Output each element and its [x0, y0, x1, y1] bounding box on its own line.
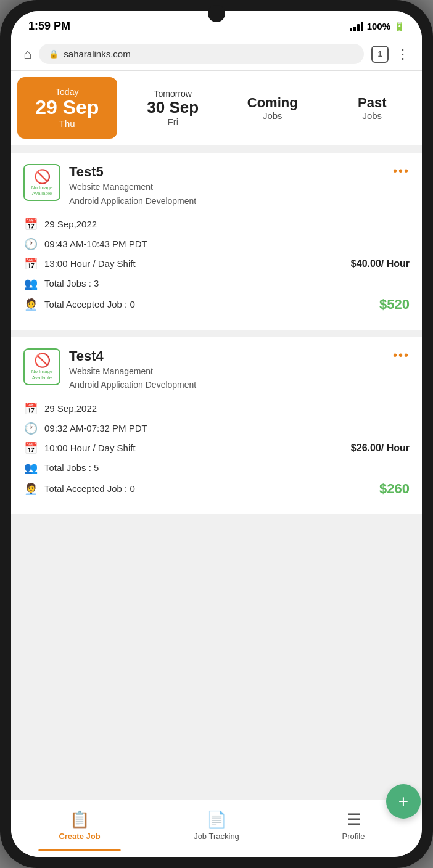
battery-percent: 100%	[367, 21, 390, 31]
nav-job-tracking[interactable]: 📄 Job Tracking	[148, 806, 285, 845]
job-menu-1[interactable]: •••	[393, 164, 410, 178]
no-image-badge-1: 🚫 No Image Available	[23, 164, 60, 201]
job-date-row-1: 📅 29 Sep,2022	[23, 218, 410, 231]
tomorrow-date: 30 Sep	[147, 99, 199, 117]
today-label: Today	[56, 87, 78, 97]
create-job-icon: 📋	[70, 810, 89, 829]
job-name-1: Test5	[69, 164, 384, 180]
date-tabs: Today 29 Sep Thu Tomorrow 30 Sep Fri Com…	[11, 71, 422, 145]
group-icon-1: 👥	[23, 277, 38, 290]
clock-icon-2: 🕐	[23, 422, 38, 435]
job-subtitle2-2: Android Application Development	[69, 378, 384, 391]
job-rate-2: $26.00/ Hour	[351, 443, 410, 454]
battery-icon: 🔋	[394, 22, 405, 31]
signal-bar-4	[361, 22, 363, 31]
clock-icon-1: 🕐	[23, 237, 38, 251]
url-bar[interactable]: 🔒 saharalinks.com	[39, 44, 364, 64]
no-image-icon-1: 🚫	[34, 169, 51, 185]
calendar-icon-2: 📅	[23, 402, 38, 416]
signal-bar-1	[350, 28, 352, 31]
job-card-2[interactable]: 🚫 No Image Available Test4 Website Manag…	[11, 337, 422, 514]
coming-sublabel: Jobs	[263, 110, 282, 121]
past-label: Past	[358, 96, 386, 110]
job-time-row-1: 🕐 09:43 AM-10:43 PM PDT	[23, 237, 410, 251]
job-date-1: 29 Sep,2022	[44, 219, 97, 229]
job-tracking-icon: 📄	[207, 810, 226, 829]
no-image-icon-2: 🚫	[34, 353, 51, 369]
job-accepted-row-1: 🧑‍💼 Total Accepted Job : 0 $520	[23, 297, 410, 313]
job-title-area-1: Test5 Website Management Android Applica…	[69, 164, 384, 208]
job-shift-1: 13:00 Hour / Day Shift	[44, 258, 136, 269]
add-person-icon-2: 🧑‍💼	[23, 482, 38, 496]
job-total-jobs-row-2: 👥 Total Jobs : 5	[23, 461, 410, 475]
job-total-jobs-1: Total Jobs : 3	[44, 278, 99, 289]
job-shift-2: 10:00 Hour / Day Shift	[44, 443, 136, 453]
job-accepted-row-2: 🧑‍💼 Total Accepted Job : 0 $260	[23, 481, 410, 497]
bottom-spacer	[11, 522, 422, 571]
status-right: 100% 🔋	[350, 21, 405, 31]
job-card-1[interactable]: 🚫 No Image Available Test5 Website Manag…	[11, 153, 422, 330]
tomorrow-label: Tomorrow	[154, 89, 192, 99]
job-time-row-2: 🕐 09:32 AM-07:32 PM PDT	[23, 422, 410, 435]
job-total-1: $520	[379, 297, 410, 313]
add-person-icon-1: 🧑‍💼	[23, 298, 38, 311]
past-sublabel: Jobs	[362, 110, 382, 121]
shift-icon-2: 📅	[23, 441, 38, 455]
today-date: 29 Sep	[35, 97, 99, 118]
job-title-area-2: Test4 Website Management Android Applica…	[69, 348, 384, 392]
nav-profile[interactable]: ☰ Profile	[285, 806, 422, 845]
tab-today[interactable]: Today 29 Sep Thu	[17, 77, 117, 139]
tab-past[interactable]: Past Jobs	[323, 71, 423, 145]
phone-screen: 1:59 PM 100% 🔋 ⌂ 🔒 saharalinks.com 1 ⋮	[11, 11, 422, 857]
lock-icon: 🔒	[49, 49, 59, 59]
signal-bar-3	[357, 24, 360, 31]
job-time-2: 09:32 AM-07:32 PM PDT	[44, 423, 147, 433]
calendar-icon-1: 📅	[23, 218, 38, 231]
job-shift-row-2: 📅 10:00 Hour / Day Shift $26.00/ Hour	[23, 441, 410, 455]
job-accepted-1: Total Accepted Job : 0	[44, 299, 135, 309]
tab-coming[interactable]: Coming Jobs	[223, 71, 323, 145]
more-icon[interactable]: ⋮	[396, 46, 410, 62]
group-icon-2: 👥	[23, 461, 38, 475]
home-icon[interactable]: ⌂	[23, 46, 31, 62]
job-list: 🚫 No Image Available Test5 Website Manag…	[11, 145, 422, 800]
job-subtitle1-1: Website Management	[69, 180, 384, 194]
status-time: 1:59 PM	[28, 20, 70, 33]
today-day: Thu	[59, 118, 75, 129]
job-header-1: 🚫 No Image Available Test5 Website Manag…	[23, 164, 410, 208]
shift-icon-1: 📅	[23, 257, 38, 271]
signal-bars	[350, 22, 363, 31]
job-subtitle1-2: Website Management	[69, 364, 384, 378]
job-time-1: 09:43 AM-10:43 PM PDT	[44, 239, 147, 249]
job-header-2: 🚫 No Image Available Test4 Website Manag…	[23, 348, 410, 392]
job-total-jobs-2: Total Jobs : 5	[44, 462, 99, 473]
profile-label: Profile	[342, 832, 365, 841]
browser-bar: ⌂ 🔒 saharalinks.com 1 ⋮	[11, 38, 422, 71]
job-total-2: $260	[379, 481, 410, 497]
job-shift-row-1: 📅 13:00 Hour / Day Shift $40.00/ Hour	[23, 257, 410, 271]
job-name-2: Test4	[69, 348, 384, 364]
no-image-badge-2: 🚫 No Image Available	[23, 348, 60, 385]
job-tracking-label: Job Tracking	[194, 832, 239, 841]
signal-bar-2	[353, 27, 356, 31]
job-subtitle2-1: Android Application Development	[69, 194, 384, 208]
nav-create-job[interactable]: 📋 Create Job	[11, 806, 148, 845]
job-total-jobs-row-1: 👥 Total Jobs : 3	[23, 277, 410, 290]
create-job-label: Create Job	[59, 832, 100, 841]
profile-icon: ☰	[347, 810, 361, 829]
tab-tomorrow[interactable]: Tomorrow 30 Sep Fri	[123, 71, 223, 145]
tab-count[interactable]: 1	[371, 46, 389, 63]
job-accepted-2: Total Accepted Job : 0	[44, 483, 135, 494]
job-rate-1: $40.00/ Hour	[351, 258, 410, 269]
no-image-text-2: No Image Available	[25, 369, 59, 380]
phone-frame: 1:59 PM 100% 🔋 ⌂ 🔒 saharalinks.com 1 ⋮	[0, 0, 433, 868]
bottom-nav: 📋 Create Job 📄 Job Tracking ☰ Profile	[11, 800, 422, 857]
tomorrow-day: Fri	[168, 117, 179, 127]
url-text: saharalinks.com	[64, 49, 130, 59]
job-date-2: 29 Sep,2022	[44, 403, 97, 414]
job-menu-2[interactable]: •••	[393, 348, 410, 362]
coming-label: Coming	[247, 96, 298, 110]
no-image-text-1: No Image Available	[25, 185, 59, 197]
job-date-row-2: 📅 29 Sep,2022	[23, 402, 410, 416]
